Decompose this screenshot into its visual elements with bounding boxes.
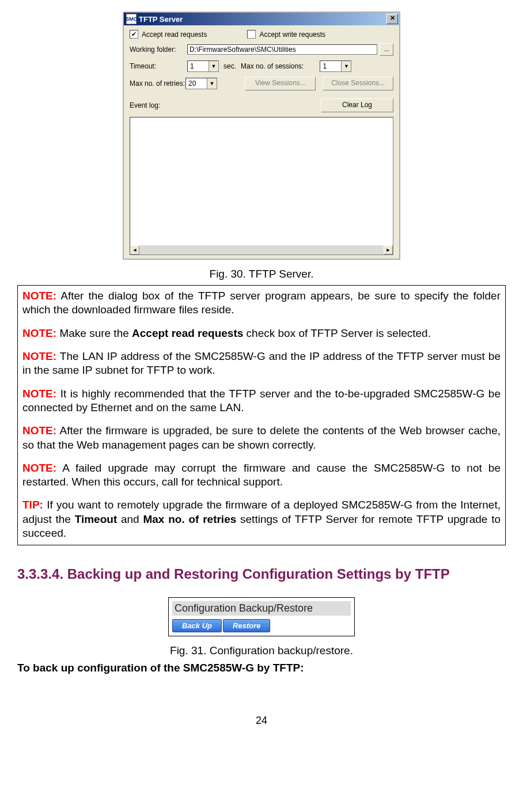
event-log-area[interactable]: ◄ ► (130, 117, 393, 255)
max-retries-value: 20 (186, 79, 207, 88)
tftp-server-dialog: SMC TFTP Server ✕ ✔ Accept read requests… (123, 12, 400, 260)
note-label: NOTE: (22, 462, 56, 474)
accept-read-label: Accept read requests (142, 31, 207, 39)
note-3-text: The LAN IP address of the SMC2585W-G and… (22, 350, 501, 376)
max-sessions-label: Max no. of sessions: (241, 62, 304, 70)
note-label: NOTE: (22, 290, 56, 302)
note-label: NOTE: (22, 350, 56, 362)
tip-1b: Timeout (75, 513, 118, 525)
timeout-value: 1 (188, 62, 209, 70)
chevron-down-icon: ▼ (209, 61, 218, 71)
accept-write-label: Accept write requests (259, 31, 325, 39)
max-sessions-select[interactable]: 1 ▼ (320, 60, 351, 72)
max-retries-select[interactable]: 20 ▼ (185, 78, 217, 89)
event-log-label: Event log: (130, 101, 187, 109)
working-folder-input[interactable]: D:\FirmwareSoftware\SMC\Utilities (187, 44, 377, 55)
tip-label: TIP: (22, 499, 43, 511)
restore-button[interactable]: Restore (223, 619, 270, 632)
max-retries-label: Max no. of retries: (130, 79, 185, 88)
scroll-right-icon[interactable]: ► (384, 245, 393, 255)
scroll-track[interactable] (139, 245, 384, 255)
accept-write-checkbox[interactable] (247, 30, 256, 39)
backup-restore-panel: Configuration Backup/Restore Back Up Res… (168, 597, 355, 636)
window-title: TFTP Server (139, 15, 386, 24)
chevron-down-icon: ▼ (341, 61, 351, 71)
notes-box: NOTE: After the dialog box of the TFTP s… (17, 285, 506, 545)
working-folder-label: Working folder: (130, 45, 187, 54)
scroll-left-icon[interactable]: ◄ (130, 245, 139, 255)
section-heading: 3.3.3.4. Backing up and Restoring Config… (17, 566, 506, 582)
figure-31-caption: Fig. 31. Configuration backup/restore. (17, 644, 506, 657)
note-2a: Make sure the (56, 327, 132, 339)
app-icon: SMC (126, 14, 137, 24)
backup-button[interactable]: Back Up (172, 619, 222, 632)
titlebar: SMC TFTP Server ✕ (124, 13, 399, 25)
timeout-select[interactable]: 1 ▼ (187, 60, 219, 72)
tip-1d: Max no. of retries (143, 513, 236, 525)
note-5-text: After the firmware is upgraded, be sure … (22, 424, 501, 450)
clear-log-button[interactable]: Clear Log (321, 98, 393, 112)
max-sessions-value: 1 (320, 62, 341, 70)
figure-30-caption: Fig. 30. TFTP Server. (17, 268, 506, 280)
close-icon[interactable]: ✕ (386, 14, 398, 24)
page-number: 24 (17, 715, 506, 727)
note-label: NOTE: (22, 424, 56, 437)
close-sessions-button[interactable]: Close Sessions... (323, 77, 393, 90)
note-2b: Accept read requests (132, 327, 243, 339)
note-2c: check box of TFTP Server is selected. (243, 327, 431, 339)
tip-1c: and (117, 513, 143, 525)
chevron-down-icon: ▼ (207, 78, 217, 89)
note-1-text: After the dialog box of the TFTP server … (22, 290, 501, 316)
note-6-text: A failed upgrade may corrupt the firmwar… (22, 462, 501, 488)
browse-button[interactable]: ... (380, 43, 393, 56)
view-sessions-button[interactable]: View Sessions... (245, 77, 316, 90)
backup-instruction: To back up configuration of the SMC2585W… (17, 662, 506, 674)
sec-label: sec. (223, 62, 236, 70)
note-label: NOTE: (22, 327, 56, 339)
horizontal-scrollbar[interactable]: ◄ ► (130, 245, 393, 255)
note-label: NOTE: (22, 388, 56, 400)
note-4-text: It is highly recommended that the TFTP s… (22, 388, 501, 413)
timeout-label: Timeout: (130, 62, 187, 70)
backup-title: Configuration Backup/Restore (172, 601, 351, 616)
accept-read-checkbox[interactable]: ✔ (130, 30, 138, 39)
